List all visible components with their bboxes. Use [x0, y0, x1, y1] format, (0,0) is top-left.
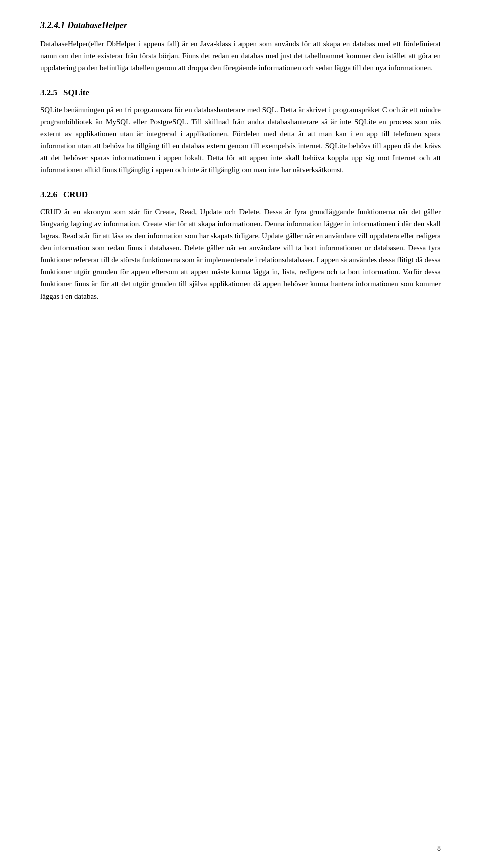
page-number: 8: [437, 845, 441, 853]
section-3-2-6-number: 3.2.6: [40, 190, 57, 200]
section-3-2-6-paragraph-0: CRUD är en akronym som står för Create, …: [40, 206, 441, 302]
section-3-2-4-1-heading: 3.2.4.1 DatabaseHelper: [40, 20, 441, 31]
section-3-2-6: 3.2.6 CRUD CRUD är en akronym som står f…: [40, 190, 441, 302]
section-3-2-5-heading: 3.2.5 SQLite: [40, 88, 441, 98]
section-3-2-5-title: SQLite: [63, 88, 89, 98]
section-3-2-4-1-paragraph-0: DatabaseHelper(eller DbHelper i appens f…: [40, 38, 441, 74]
section-3-2-5-paragraph-0: SQLite benämningen på en fri programvara…: [40, 104, 441, 176]
page: 3.2.4.1 DatabaseHelper DatabaseHelper(el…: [0, 0, 481, 868]
section-3-2-6-title: CRUD: [63, 190, 88, 200]
section-3-2-4-1: 3.2.4.1 DatabaseHelper DatabaseHelper(el…: [40, 20, 441, 74]
section-3-2-5-number: 3.2.5: [40, 88, 57, 98]
section-3-2-5: 3.2.5 SQLite SQLite benämningen på en fr…: [40, 88, 441, 176]
section-3-2-6-heading: 3.2.6 CRUD: [40, 190, 441, 200]
